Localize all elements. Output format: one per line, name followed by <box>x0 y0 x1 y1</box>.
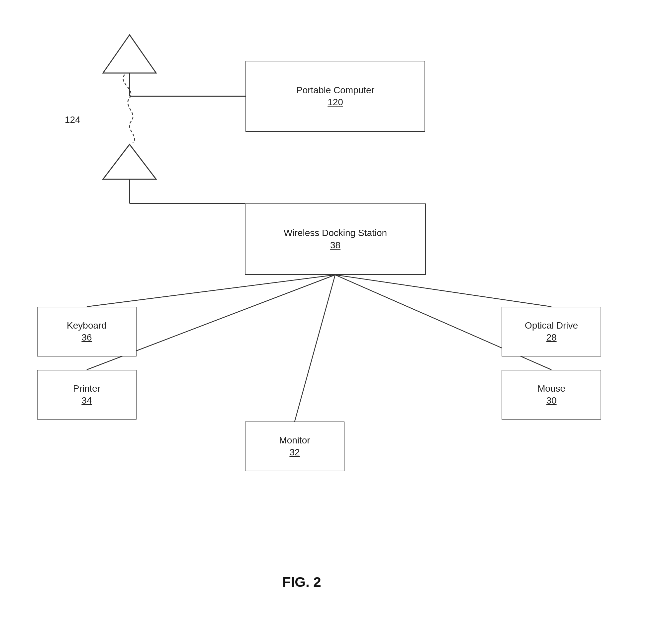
wireless-docking-number: 38 <box>330 239 341 251</box>
monitor-label: Monitor <box>279 435 310 446</box>
svg-line-6 <box>87 275 335 307</box>
optical-drive-number: 28 <box>546 332 556 344</box>
monitor-number: 32 <box>289 446 300 458</box>
mouse-number: 30 <box>546 395 556 407</box>
optical-drive-label: Optical Drive <box>525 320 578 332</box>
mouse-label: Mouse <box>538 383 565 395</box>
optical-drive-node: Optical Drive 28 <box>502 307 601 356</box>
portable-computer-number: 120 <box>327 96 343 108</box>
svg-marker-0 <box>103 35 156 73</box>
printer-node: Printer 34 <box>37 370 136 419</box>
svg-line-10 <box>335 275 551 307</box>
wireless-docking-label: Wireless Docking Station <box>284 227 387 239</box>
fig-caption: FIG. 2 <box>282 574 321 590</box>
wireless-docking-node: Wireless Docking Station 38 <box>245 203 426 275</box>
portable-computer-label: Portable Computer <box>296 84 374 96</box>
diagram-container: Portable Computer 120 Wireless Docking S… <box>0 0 672 622</box>
keyboard-number: 36 <box>82 332 92 344</box>
svg-line-8 <box>295 275 335 421</box>
svg-marker-3 <box>103 144 156 179</box>
keyboard-node: Keyboard 36 <box>37 307 136 356</box>
label-124: 124 <box>65 114 81 125</box>
keyboard-label: Keyboard <box>67 320 107 332</box>
printer-label: Printer <box>73 383 100 395</box>
printer-number: 34 <box>82 395 92 407</box>
monitor-node: Monitor 32 <box>245 421 345 471</box>
mouse-node: Mouse 30 <box>502 370 601 419</box>
portable-computer-node: Portable Computer 120 <box>246 61 425 132</box>
